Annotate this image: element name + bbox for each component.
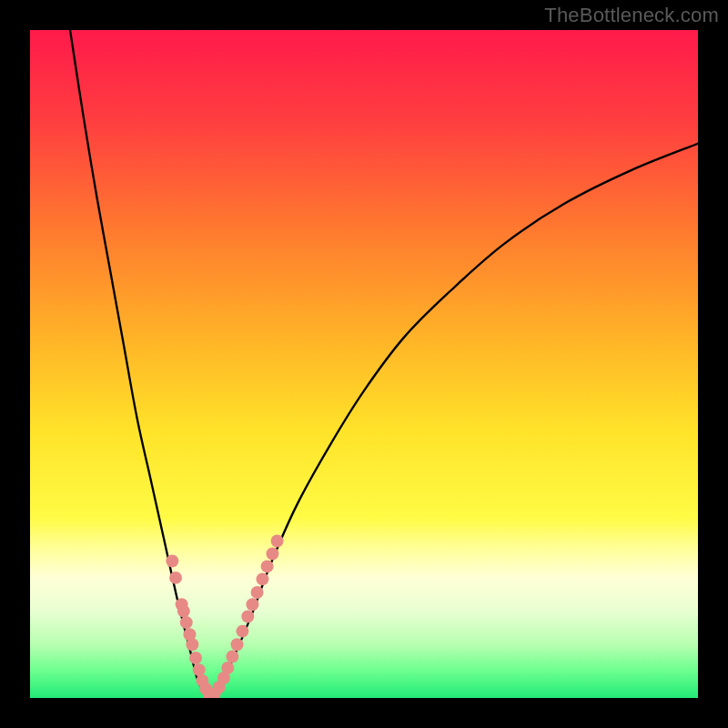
curve-right-curve: [210, 144, 698, 698]
data-marker: [231, 638, 244, 651]
curve-left-curve: [70, 30, 210, 698]
data-marker: [251, 586, 264, 599]
data-marker: [177, 605, 190, 618]
plot-area: [30, 30, 698, 698]
data-marker: [266, 547, 278, 560]
chart-stage: TheBottleneck.com: [0, 0, 728, 728]
data-marker: [166, 555, 178, 568]
watermark-text: TheBottleneck.com: [544, 4, 719, 27]
data-marker: [236, 625, 248, 638]
data-marker: [186, 638, 198, 651]
data-curves: [30, 30, 698, 698]
data-marker: [180, 616, 193, 629]
data-marker: [256, 572, 268, 585]
data-marker: [241, 610, 254, 622]
data-marker: [221, 662, 234, 674]
data-marker: [226, 651, 238, 663]
data-marker: [246, 598, 258, 611]
data-marker: [271, 535, 284, 548]
data-marker: [261, 560, 274, 572]
data-marker: [169, 571, 182, 584]
data-marker: [189, 652, 202, 664]
